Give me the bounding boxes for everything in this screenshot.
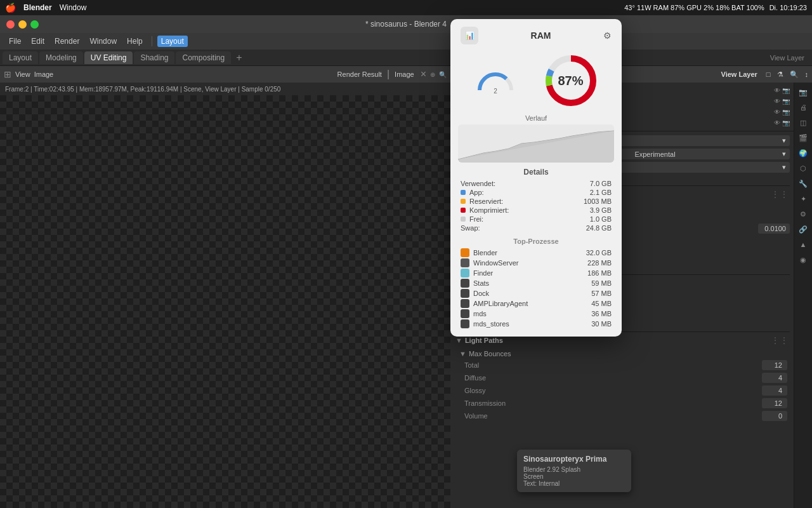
transmission-value[interactable]: 12 (762, 398, 787, 408)
window-menu[interactable]: Window (60, 3, 87, 12)
render-result-label: Render Result (337, 70, 382, 78)
app-label: App: (469, 189, 484, 196)
object-props-icon[interactable]: ⬡ (796, 161, 810, 175)
view-layer-tab[interactable]: View Layer (765, 54, 809, 62)
char1-render-icon[interactable]: 📷 (782, 109, 790, 116)
search-icon[interactable]: 🔍 (790, 70, 799, 79)
process-mds-stores: mds_stores 30 MB (461, 319, 612, 329)
particles-props-icon[interactable]: ✦ (796, 192, 810, 206)
glossy-bounce-row: Glossy 4 (462, 384, 790, 397)
transmission-label: Transmission (464, 399, 762, 407)
coll-vis-icon[interactable]: 👁 (774, 98, 780, 105)
sampling-options-icon[interactable]: ⋮⋮ (771, 189, 789, 199)
light-paths-arrow-icon: ▼ (455, 337, 462, 344)
char1-vis-icon[interactable]: 👁 (774, 109, 780, 116)
tab-layout[interactable]: Layout (3, 51, 38, 64)
char2-render-icon[interactable]: 📷 (782, 119, 790, 126)
reserviert-dot (461, 199, 466, 204)
noise-thresh-value[interactable]: 0.0100 (758, 224, 790, 234)
nav-icon[interactable]: ⊕ (430, 71, 435, 78)
window-title: * sinosaurus - Blender 4 (365, 20, 447, 29)
stats-proc-value: 59 MB (591, 279, 612, 287)
image-menu2[interactable]: Image (395, 70, 414, 78)
swap-row: Swap: 24.8 GB (461, 224, 612, 232)
blender-proc-name: Blender (473, 249, 497, 257)
diffuse-bounce-row: Diffuse 4 (462, 371, 790, 384)
tab-add-button[interactable]: + (232, 52, 246, 64)
diffuse-value[interactable]: 4 (762, 373, 787, 383)
frei-row: Frei: 1.0 GB (461, 215, 612, 224)
render-canvas (0, 95, 450, 508)
mds-stores-proc-name: mds_stores (473, 320, 509, 328)
glossy-value[interactable]: 4 (762, 385, 787, 396)
sort-icon[interactable]: ↕ (805, 70, 809, 78)
swap-value: 24.8 GB (586, 224, 612, 232)
apple-logo-icon: 🍎 (5, 3, 16, 13)
constraints-props-icon[interactable]: 🔗 (796, 222, 810, 236)
viewport-header: ⊞ View Image Render Result | Image × ⊕ 🔍 (0, 66, 450, 83)
macos-menubar: 🍎 Blender Window 43° 11W RAM 87% GPU 2% … (0, 0, 812, 15)
ram-popup: 📊 RAM ⚙ 2 87% V (450, 19, 622, 337)
reserviert-label: Reserviert: (469, 197, 503, 205)
max-bounces-header[interactable]: ▼ Max Bounces (454, 349, 790, 359)
menu-divider (152, 36, 152, 46)
close-button[interactable] (6, 20, 15, 29)
app-row: App: 2.1 GB (461, 188, 612, 197)
tab-modeling[interactable]: Modeling (39, 51, 83, 64)
close-viewport-icon[interactable]: × (421, 69, 426, 80)
process-dock: Dock 57 MB (461, 288, 612, 298)
scene-props-icon[interactable]: 🎬 (796, 131, 810, 145)
copy-layer-icon[interactable]: □ (766, 70, 771, 78)
view-menu[interactable]: View (15, 70, 30, 78)
title-bar: * sinosaurus - Blender 4 (0, 15, 812, 33)
history-chart (458, 124, 614, 163)
menu-file[interactable]: File (5, 36, 25, 47)
maximize-button[interactable] (30, 20, 39, 29)
frei-dot (461, 217, 466, 222)
properties-icons: 📷 🖨 ◫ 🎬 🌍 ⬡ 🔧 ✦ ⚙ 🔗 ▲ ◉ (794, 83, 812, 508)
data-props-icon[interactable]: ▲ (796, 237, 810, 251)
physics-props-icon[interactable]: ⚙ (796, 207, 810, 221)
mds-stores-proc-value: 30 MB (591, 320, 612, 328)
ram-donut-chart: 87% (542, 52, 599, 109)
minimize-button[interactable] (18, 20, 27, 29)
komprimiert-row: Komprimiert: 3.9 GB (461, 206, 612, 215)
modifier-props-icon[interactable]: 🔧 (796, 177, 810, 190)
mds-proc-icon (461, 309, 469, 318)
amp-proc-icon (461, 299, 469, 308)
render-props-icon[interactable]: 📷 (796, 85, 810, 99)
chart-icon[interactable]: 📊 (461, 27, 478, 44)
ram-gear-icon[interactable]: ⚙ (603, 30, 612, 41)
volume-value[interactable]: 0 (762, 411, 787, 421)
mds-proc-name: mds (473, 310, 487, 318)
amp-proc-value: 45 MB (591, 300, 612, 307)
scene-visibility-icon[interactable]: 👁 (774, 87, 780, 94)
coll-render-icon[interactable]: 📷 (782, 98, 790, 105)
view-layer-props-icon[interactable]: ◫ (796, 116, 810, 130)
menu-window[interactable]: Window (86, 36, 121, 47)
notification-line3: Text: Internal (523, 480, 625, 487)
menu-help[interactable]: Help (123, 36, 147, 47)
scene-render-icon[interactable]: 📷 (782, 87, 790, 94)
world-props-icon[interactable]: 🌍 (796, 146, 810, 160)
mds-stores-proc-icon (461, 319, 469, 328)
tab-shading[interactable]: Shading (134, 51, 174, 64)
total-label: Total (464, 361, 762, 369)
light-paths-options-icon[interactable]: ⋮⋮ (771, 335, 789, 345)
tab-uv-editing[interactable]: UV Editing (84, 51, 133, 64)
menu-render[interactable]: Render (51, 36, 83, 47)
small-gauge: 2 (473, 65, 518, 97)
output-props-icon[interactable]: 🖨 (796, 100, 810, 114)
top-processes-title: Top-Prozesse (461, 237, 612, 248)
workspace-layout[interactable]: Layout (157, 36, 188, 47)
dock-proc-value: 57 MB (591, 290, 612, 297)
image-menu[interactable]: Image (34, 70, 54, 78)
komprimiert-label: Komprimiert: (469, 206, 509, 214)
char2-vis-icon[interactable]: 👁 (774, 119, 780, 126)
menu-edit[interactable]: Edit (27, 36, 48, 47)
filter-icon[interactable]: ⚗ (777, 70, 783, 79)
tab-compositing[interactable]: Compositing (176, 51, 231, 64)
material-props-icon[interactable]: ◉ (796, 253, 810, 267)
blender-proc-icon (461, 248, 469, 257)
total-value[interactable]: 12 (762, 360, 787, 370)
